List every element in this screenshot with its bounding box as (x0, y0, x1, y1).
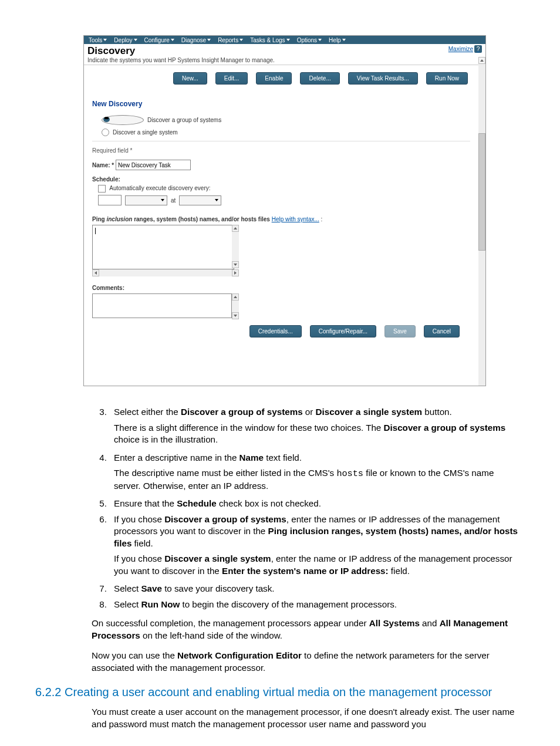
scroll-thumb[interactable] (478, 133, 485, 251)
scroll-left-icon[interactable] (92, 269, 99, 276)
edit-button[interactable]: Edit... (215, 72, 248, 85)
section-heading: 6.2.2 Creating a user account and enabli… (35, 686, 527, 699)
menu-deploy[interactable]: Deploy (110, 37, 140, 43)
step-number: 7. (92, 583, 107, 595)
help-icon[interactable]: ? (474, 45, 482, 53)
step-number: 8. (92, 599, 107, 611)
menu-label: Tools (89, 37, 102, 43)
paragraph-next: Now you can use the Network Configuratio… (92, 650, 522, 674)
required-field-note: Required field * (92, 147, 470, 154)
cancel-button[interactable]: Cancel (424, 325, 460, 337)
radio-icon (102, 115, 144, 125)
at-label: at (171, 197, 176, 204)
scroll-up-icon[interactable] (478, 57, 485, 64)
menu-diagnose[interactable]: Diagnose (178, 37, 214, 43)
enable-button[interactable]: Enable (256, 72, 292, 85)
menu-label: Tasks & Logs (250, 37, 285, 43)
section-body: You must create a user account on the ma… (92, 706, 522, 730)
save-button[interactable]: Save (384, 325, 416, 337)
ping-label-a: Ping (92, 216, 106, 222)
page-subtitle: Indicate the systems you want HP Systems… (84, 57, 485, 65)
menu-help[interactable]: Help (325, 37, 349, 43)
ping-textarea[interactable] (92, 225, 234, 269)
scroll-right-icon[interactable] (232, 269, 239, 276)
new-button[interactable]: New... (173, 72, 207, 85)
ping-colon: : (319, 216, 323, 222)
comments-label: Comments: (92, 285, 470, 291)
menu-tools[interactable]: Tools (85, 37, 110, 43)
scroll-up-icon[interactable] (232, 225, 239, 232)
chevron-down-icon (318, 39, 322, 41)
menu-options[interactable]: Options (294, 37, 325, 43)
step-7: 7. Select Save to save your discovery ta… (92, 583, 522, 595)
chevron-down-icon (286, 39, 290, 41)
chevron-down-icon (342, 39, 346, 41)
scroll-down-icon[interactable] (232, 312, 239, 319)
comments-vscroll[interactable] (232, 293, 239, 319)
credentials-button[interactable]: Credentials... (249, 325, 302, 337)
run-now-button[interactable]: Run Now (426, 72, 468, 85)
menu-label: Configure (144, 37, 170, 43)
radio-label: Discover a single system (113, 129, 178, 136)
chevron-down-icon (239, 39, 243, 41)
app-screenshot: Tools Deploy Configure Diagnose Reports … (83, 35, 486, 386)
menu-label: Reports (218, 37, 238, 43)
maximize-label: Maximize (448, 46, 473, 52)
radio-single-system[interactable]: Discover a single system (102, 129, 478, 136)
view-task-results-button[interactable]: View Task Results... (348, 72, 418, 85)
textarea-hscroll[interactable] (92, 269, 239, 276)
delete-button[interactable]: Delete... (300, 72, 339, 85)
step-number: 4. (92, 452, 107, 464)
chevron-down-icon (134, 39, 137, 41)
menu-label: Options (297, 37, 317, 43)
section-title: New Discovery (92, 100, 478, 108)
menu-tasks-logs[interactable]: Tasks & Logs (247, 37, 293, 43)
step-number: 3. (92, 406, 107, 418)
comments-textarea[interactable] (92, 293, 232, 318)
text-cursor (95, 228, 96, 234)
chevron-down-icon (171, 39, 174, 41)
document-body: 3. Select either the Discover a group of… (92, 406, 522, 674)
ping-label-b: ranges, system (hosts) names, and/or hos… (132, 216, 271, 222)
textarea-vscroll[interactable] (232, 225, 239, 268)
menubar: Tools Deploy Configure Diagnose Reports … (84, 36, 485, 44)
step-8: 8. Select Run Now to begin the discovery… (92, 599, 522, 611)
scroll-down-icon[interactable] (232, 261, 239, 268)
radio-label: Discover a group of systems (147, 117, 221, 123)
configure-repair-button[interactable]: Configure/Repair... (310, 325, 376, 337)
interval-input[interactable] (98, 195, 122, 205)
step-6: 6. If you chose Discover a group of syst… (92, 514, 522, 578)
schedule-label: Schedule: (92, 176, 470, 183)
page-title: Discovery (87, 45, 135, 57)
step-3: 3. Select either the Discover a group of… (92, 406, 522, 446)
name-label: Name: * (92, 162, 114, 168)
radio-icon (102, 129, 109, 136)
radio-group-systems[interactable]: Discover a group of systems (102, 115, 478, 125)
chevron-down-icon (207, 39, 211, 41)
step-5: 5. Ensure that the Schedule check box is… (92, 498, 522, 510)
name-input[interactable] (116, 160, 191, 170)
scroll-up-icon[interactable] (232, 293, 239, 301)
ping-label-italic: inclusion (106, 216, 132, 222)
menu-label: Diagnose (181, 37, 206, 43)
schedule-checkbox[interactable] (98, 185, 106, 193)
auto-execute-label: Automatically execute discovery every: (109, 185, 210, 191)
step-number: 6. (92, 514, 107, 526)
menu-reports[interactable]: Reports (214, 37, 247, 43)
time-select[interactable] (179, 195, 221, 205)
paragraph-success: On successful completion, the management… (92, 617, 522, 642)
chevron-down-icon (103, 39, 107, 41)
help-syntax-link[interactable]: Help with syntax... (272, 216, 319, 222)
menu-configure[interactable]: Configure (141, 37, 178, 43)
maximize-link[interactable]: Maximize ? (448, 45, 482, 53)
step-number: 5. (92, 498, 107, 510)
menu-label: Deploy (114, 37, 132, 43)
step-4: 4. Enter a descriptive name in the Name … (92, 452, 522, 492)
panel-vscroll[interactable] (478, 57, 485, 386)
interval-unit-select[interactable] (125, 195, 167, 205)
menu-label: Help (329, 37, 341, 43)
